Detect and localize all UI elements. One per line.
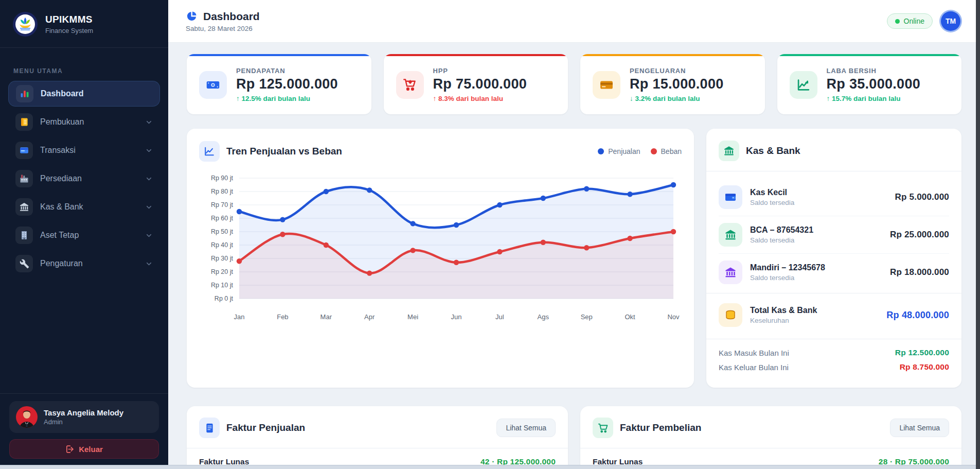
- stat-value: Rp 35.000.000: [827, 76, 921, 92]
- shopping-cart-icon: [593, 418, 613, 438]
- stat-label: PENDAPATAN: [236, 67, 338, 75]
- wallet-icon: [719, 185, 742, 209]
- logout-button[interactable]: Keluar: [9, 439, 159, 459]
- stats-row: PENDAPATAN Rp 125.000.000 ↑ 12.5% dari b…: [187, 54, 961, 114]
- stat-label: HPP: [433, 67, 527, 75]
- account-row-bca[interactable]: BCA – 87654321 Saldo tersedia Rp 25.000.…: [719, 216, 949, 254]
- upikmms-logo-icon: [12, 11, 38, 37]
- chevron-down-icon: [145, 232, 153, 239]
- account-amount: Rp 5.000.000: [895, 192, 949, 202]
- ledger-notebook-icon: [15, 113, 33, 131]
- svg-text:Ags: Ags: [538, 313, 549, 321]
- legend-dot-icon: [598, 148, 604, 154]
- sidebar-item-label: Pembukuan: [40, 117, 84, 127]
- horizontal-scrollbar[interactable]: [0, 465, 976, 469]
- svg-text:Rp 60 jt: Rp 60 jt: [211, 215, 234, 222]
- sidebar: UPIKMMS Finance System MENU UTAMA Dashbo…: [0, 0, 168, 469]
- kas-keluar-row: Kas Keluar Bulan Ini Rp 8.750.000: [719, 360, 949, 374]
- chart-legend: Penjualan Beban: [598, 147, 682, 155]
- chart-line-icon: [199, 141, 220, 162]
- sidebar-item-label: Aset Tetap: [40, 231, 79, 240]
- chevron-down-icon: [145, 260, 153, 268]
- account-amount: Rp 18.000.000: [890, 267, 949, 277]
- summary-label: Kas Masuk Bulan Ini: [719, 349, 789, 357]
- banknote-icon: [199, 71, 227, 99]
- sidebar-item-pembukuan[interactable]: Pembukuan: [8, 109, 160, 135]
- lihat-semua-button[interactable]: Lihat Semua: [496, 419, 556, 437]
- logout-label: Keluar: [79, 445, 103, 454]
- main-area: Dashboard Sabtu, 28 Maret 2026 Online TM: [168, 0, 980, 469]
- legend-penjualan: Penjualan: [598, 147, 640, 155]
- sidebar-item-label: Transaksi: [40, 146, 76, 155]
- total-amount: Rp 48.000.000: [886, 310, 949, 321]
- chevron-down-icon: [145, 175, 153, 183]
- stat-label: LABA BERSIH: [827, 67, 921, 75]
- account-name: Mandiri – 12345678: [750, 263, 825, 272]
- dashboard-content: PENDAPATAN Rp 125.000.000 ↑ 12.5% dari b…: [168, 42, 980, 469]
- svg-text:Rp 90 jt: Rp 90 jt: [211, 175, 234, 182]
- account-amount: Rp 25.000.000: [890, 230, 949, 240]
- stat-card-laba-bersih: LABA BERSIH Rp 35.000.000 ↑ 15.7% dari b…: [777, 54, 962, 114]
- svg-text:Rp 0 jt: Rp 0 jt: [215, 295, 234, 302]
- svg-text:Mar: Mar: [320, 313, 332, 321]
- stat-card-pendapatan: PENDAPATAN Rp 125.000.000 ↑ 12.5% dari b…: [187, 54, 371, 114]
- svg-text:Mei: Mei: [407, 313, 418, 321]
- faktur-penjualan-panel: Faktur Penjualan Lihat Semua Faktur Luna…: [187, 406, 568, 469]
- page-title: Dashboard: [203, 10, 260, 23]
- credit-card-icon: [15, 142, 33, 159]
- svg-text:Rp 70 jt: Rp 70 jt: [211, 201, 234, 209]
- stat-card-pengeluaran: PENGELUARAN Rp 15.000.000 ↓ 3.2% dari bu…: [580, 54, 765, 114]
- sidebar-item-pengaturan[interactable]: Pengaturan: [8, 251, 160, 276]
- account-sub: Saldo tersedia: [750, 199, 794, 206]
- bank-icon: [15, 198, 33, 216]
- stat-card-hpp: HPP Rp 75.000.000 ↑ 8.3% dari bulan lalu: [384, 54, 568, 114]
- user-avatar-badge[interactable]: TM: [941, 11, 960, 31]
- sidebar-item-label: Pengaturan: [40, 259, 83, 268]
- account-row-kas-kecil[interactable]: Kas Kecil Saldo tersedia Rp 5.000.000: [719, 179, 949, 216]
- sidebar-divider: [0, 393, 168, 394]
- chart-line-icon: [790, 71, 817, 99]
- sidebar-item-transaksi[interactable]: Transaksi: [8, 137, 160, 163]
- brand: UPIKMMS Finance System: [0, 0, 168, 47]
- stat-label: PENGELUARAN: [630, 67, 724, 75]
- sidebar-item-dashboard[interactable]: Dashboard: [8, 81, 160, 107]
- factory-icon: [15, 170, 33, 187]
- account-name: BCA – 87654321: [750, 225, 813, 235]
- status-label: Online: [904, 17, 924, 25]
- lihat-semua-button[interactable]: Lihat Semua: [890, 419, 949, 437]
- stat-value: Rp 75.000.000: [433, 76, 527, 92]
- svg-text:Jan: Jan: [234, 313, 245, 321]
- svg-text:Feb: Feb: [277, 313, 288, 321]
- account-list: Kas Kecil Saldo tersedia Rp 5.000.000 BC…: [706, 171, 961, 291]
- faktur-title: Faktur Pembelian: [620, 422, 701, 433]
- account-name: Kas Kecil: [750, 188, 794, 197]
- kas-bank-panel: Kas & Bank Kas Kecil Saldo tersedia Rp 5…: [706, 129, 961, 388]
- bar-chart-icon: [16, 85, 33, 102]
- sidebar-item-label: Persediaan: [40, 174, 82, 183]
- svg-text:Apr: Apr: [364, 313, 375, 321]
- faktur-title: Faktur Penjualan: [226, 422, 305, 433]
- main-menu: Dashboard Pembukuan Transaksi Persediaan: [0, 81, 168, 279]
- vertical-scrollbar[interactable]: [976, 0, 980, 469]
- kas-bank-title: Kas & Bank: [746, 145, 800, 157]
- avatar: [16, 406, 38, 428]
- svg-text:Nov: Nov: [667, 313, 680, 321]
- chart-title: Tren Penjualan vs Beban: [226, 146, 342, 157]
- user-name: Tasya Angelia Melody: [44, 408, 123, 417]
- svg-text:Rp 40 jt: Rp 40 jt: [211, 241, 234, 249]
- sidebar-item-aset-tetap[interactable]: Aset Tetap: [8, 222, 160, 248]
- user-card[interactable]: Tasya Angelia Melody Admin: [9, 401, 159, 433]
- bank-icon: [719, 260, 742, 284]
- kas-summary: Kas Masuk Bulan Ini Rp 12.500.000 Kas Ke…: [706, 339, 961, 384]
- summary-amount: Rp 12.500.000: [895, 348, 949, 357]
- svg-text:Rp 80 jt: Rp 80 jt: [211, 188, 234, 195]
- sidebar-item-persediaan[interactable]: Persediaan: [8, 166, 160, 192]
- chevron-down-icon: [145, 147, 153, 154]
- svg-text:Sep: Sep: [581, 313, 593, 321]
- sidebar-item-kas-bank[interactable]: Kas & Bank: [8, 194, 160, 220]
- account-sub: Saldo tersedia: [750, 236, 813, 244]
- svg-text:Rp 10 jt: Rp 10 jt: [211, 282, 234, 289]
- account-row-mandiri[interactable]: Mandiri – 12345678 Saldo tersedia Rp 18.…: [719, 254, 949, 291]
- stat-delta: ↑ 8.3% dari bulan lalu: [433, 95, 527, 102]
- stat-delta: ↓ 3.2% dari bulan lalu: [630, 95, 724, 102]
